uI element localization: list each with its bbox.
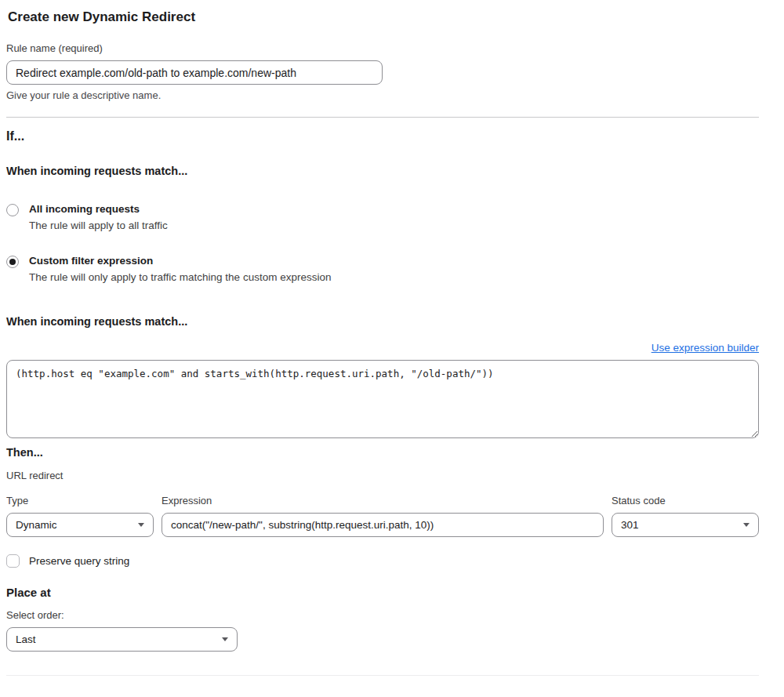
use-expression-builder-link[interactable]: Use expression builder [652,342,759,354]
order-select[interactable]: Last [6,627,238,652]
url-redirect-label: URL redirect [6,470,759,481]
type-select-value: Dynamic [16,519,57,531]
preserve-query-string-row[interactable]: Preserve query string [6,554,759,568]
rule-name-helper: Give your rule a descriptive name. [6,89,759,101]
place-at-heading: Place at [6,586,759,599]
create-redirect-form: Create new Dynamic Redirect Rule name (r… [0,0,784,697]
chevron-down-icon [222,637,228,641]
if-heading: If... [6,129,759,143]
rule-name-input[interactable] [6,60,383,85]
match-heading: When incoming requests match... [6,165,759,177]
redirect-expression-input[interactable] [162,513,604,537]
option-custom-filter-expression[interactable]: Custom filter expression The rule will o… [6,255,759,283]
filter-expression-textarea[interactable]: (http.host eq "example.com" and starts_w… [6,360,759,438]
radio-button[interactable] [6,204,19,216]
status-code-select[interactable]: 301 [612,513,759,537]
then-heading: Then... [6,446,759,459]
radio-description: The rule will only apply to traffic matc… [29,271,331,283]
type-label: Type [6,495,154,506]
page-title: Create new Dynamic Redirect [8,9,759,25]
option-all-incoming-requests[interactable]: All incoming requests The rule will appl… [6,203,759,231]
status-code-select-value: 301 [621,519,639,531]
section-divider [6,117,759,118]
radio-label: All incoming requests [29,203,168,215]
select-order-label: Select order: [6,609,759,621]
preserve-query-label: Preserve query string [29,555,129,567]
type-select[interactable]: Dynamic [6,513,154,537]
chevron-down-icon [743,523,750,527]
expression-label: Expression [162,495,604,506]
preserve-query-checkbox[interactable] [6,554,20,568]
radio-button[interactable] [6,256,19,268]
status-code-label: Status code [612,495,759,506]
chevron-down-icon [138,523,144,527]
radio-description: The rule will apply to all traffic [29,220,168,231]
order-select-value: Last [16,633,36,645]
footer-divider [6,675,759,676]
rule-name-label: Rule name (required) [6,42,759,54]
radio-label: Custom filter expression [29,255,331,267]
custom-match-heading: When incoming requests match... [6,315,759,328]
